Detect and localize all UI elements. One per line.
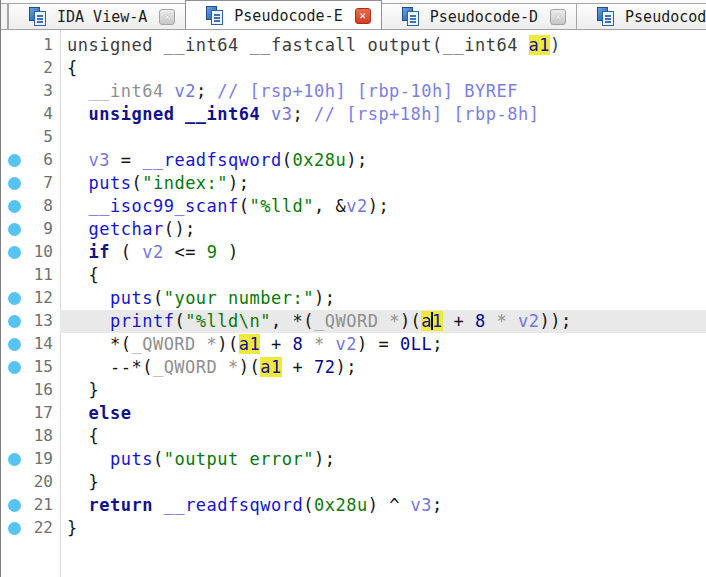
- line-number: 19: [34, 449, 53, 468]
- code-text[interactable]: {: [60, 264, 706, 287]
- close-icon[interactable]: ✕: [550, 9, 566, 25]
- code-text[interactable]: v3 = __readfsqword(0x28u);: [60, 149, 706, 172]
- line-number: 13: [34, 311, 53, 330]
- code-line[interactable]: 15 --*(_QWORD *)(a1 + 72);: [1, 356, 706, 379]
- code-text[interactable]: unsigned __int64 v3; // [rsp+18h] [rbp-8…: [60, 103, 706, 126]
- line-number: 6: [43, 150, 53, 169]
- code-line[interactable]: 22}: [1, 517, 706, 540]
- text-caret: [431, 312, 433, 330]
- code-text[interactable]: [60, 126, 706, 149]
- code-line[interactable]: 5: [1, 126, 706, 149]
- gutter: 17: [1, 402, 60, 425]
- code-line[interactable]: 1unsigned __int64 __fastcall output(__in…: [1, 34, 706, 57]
- close-icon[interactable]: ✕: [355, 8, 371, 24]
- code-line[interactable]: 16 }: [1, 379, 706, 402]
- gutter: 16: [1, 379, 60, 402]
- code-line[interactable]: 7 puts("index:");: [1, 172, 706, 195]
- code-text[interactable]: __isoc99_scanf("%lld", &v2);: [60, 195, 706, 218]
- code-line[interactable]: 21 return __readfsqword(0x28u) ^ v3;: [1, 494, 706, 517]
- code-line[interactable]: 4 unsigned __int64 v3; // [rsp+18h] [rbp…: [1, 103, 706, 126]
- tab-ida-view-a[interactable]: IDA View-A ✕: [8, 3, 186, 29]
- breakpoint-dot[interactable]: [8, 499, 21, 512]
- code-text[interactable]: return __readfsqword(0x28u) ^ v3;: [60, 494, 706, 517]
- breakpoint-dot[interactable]: [8, 292, 21, 305]
- code-text[interactable]: {: [60, 425, 706, 448]
- breakpoint-dot[interactable]: [8, 223, 21, 236]
- code-text[interactable]: getchar();: [60, 218, 706, 241]
- code-line[interactable]: 8 __isoc99_scanf("%lld", &v2);: [1, 195, 706, 218]
- tab-pseudocode-c[interactable]: Pseudocode-C ✕: [576, 3, 706, 29]
- breakpoint-dot[interactable]: [8, 338, 21, 351]
- code-text[interactable]: unsigned __int64 __fastcall output(__int…: [60, 34, 706, 57]
- code-text[interactable]: printf("%lld\n", *(_QWORD *)(a1 + 8 * v2…: [60, 310, 706, 333]
- gutter: 12: [1, 287, 60, 310]
- code-text[interactable]: }: [60, 379, 706, 402]
- line-number: 8: [43, 196, 53, 215]
- breakpoint-dot[interactable]: [8, 453, 21, 466]
- line-number: 22: [34, 518, 53, 537]
- code-line[interactable]: 6 v3 = __readfsqword(0x28u);: [1, 149, 706, 172]
- code-line[interactable]: 9 getchar();: [1, 218, 706, 241]
- gutter: 20: [1, 471, 60, 494]
- code-line[interactable]: 12 puts("your number:");: [1, 287, 706, 310]
- line-number: 9: [43, 219, 53, 238]
- breakpoint-dot[interactable]: [8, 361, 21, 374]
- breakpoint-dot[interactable]: [8, 177, 21, 190]
- tab-pseudocode-d[interactable]: Pseudocode-D ✕: [381, 3, 577, 29]
- code-text[interactable]: puts("output error");: [60, 448, 706, 471]
- code-text[interactable]: __int64 v2; // [rsp+10h] [rbp-10h] BYREF: [60, 80, 706, 103]
- gutter: 8: [1, 195, 60, 218]
- line-number: 16: [34, 380, 53, 399]
- tab-label: Pseudocode-E: [234, 7, 342, 25]
- code-line[interactable]: 14 *(_QWORD *)(a1 + 8 * v2) = 0LL;: [1, 333, 706, 356]
- line-number: 1: [43, 35, 53, 54]
- line-number: 10: [34, 242, 53, 261]
- code-line[interactable]: 3 __int64 v2; // [rsp+10h] [rbp-10h] BYR…: [1, 80, 706, 103]
- document-icon: [597, 7, 616, 27]
- line-number: 15: [34, 357, 53, 376]
- line-number: 11: [34, 265, 53, 284]
- code-line[interactable]: 18 {: [1, 425, 706, 448]
- code-line[interactable]: 10 if ( v2 <= 9 ): [1, 241, 706, 264]
- pseudocode-panel[interactable]: 1unsigned __int64 __fastcall output(__in…: [1, 30, 706, 577]
- line-number: 12: [34, 288, 53, 307]
- line-number: 5: [43, 127, 53, 146]
- code-line[interactable]: 17 else: [1, 402, 706, 425]
- code-text[interactable]: else: [60, 402, 706, 425]
- gutter: 18: [1, 425, 60, 448]
- ida-window: IDA View-A ✕ Pseudocode-E ✕ Pseudocode-D…: [0, 0, 706, 577]
- code-text[interactable]: --*(_QWORD *)(a1 + 72);: [60, 356, 706, 379]
- tab-pseudocode-e[interactable]: Pseudocode-E ✕: [185, 0, 381, 30]
- line-number: 21: [34, 495, 53, 514]
- breakpoint-dot[interactable]: [8, 154, 21, 167]
- code-text[interactable]: puts("index:");: [60, 172, 706, 195]
- breakpoint-dot[interactable]: [8, 315, 21, 328]
- code-text[interactable]: {: [60, 57, 706, 80]
- gutter: 10: [1, 241, 60, 264]
- line-number: 2: [43, 58, 53, 77]
- gutter: 1: [1, 34, 60, 57]
- gutter: 21: [1, 494, 60, 517]
- code-text[interactable]: puts("your number:");: [60, 287, 706, 310]
- code-line[interactable]: 2{: [1, 57, 706, 80]
- code-line[interactable]: 20 }: [1, 471, 706, 494]
- line-number: 14: [34, 334, 53, 353]
- breakpoint-dot[interactable]: [8, 246, 21, 259]
- close-icon[interactable]: ✕: [159, 9, 175, 25]
- code-line[interactable]: 11 {: [1, 264, 706, 287]
- gutter: 11: [1, 264, 60, 287]
- gutter: 19: [1, 448, 60, 471]
- gutter: 22: [1, 517, 60, 540]
- code-text[interactable]: }: [60, 517, 706, 540]
- breakpoint-dot[interactable]: [8, 522, 21, 535]
- code-area[interactable]: 1unsigned __int64 __fastcall output(__in…: [1, 34, 706, 540]
- code-line[interactable]: 19 puts("output error");: [1, 448, 706, 471]
- code-text[interactable]: if ( v2 <= 9 ): [60, 241, 706, 264]
- line-number: 20: [34, 472, 53, 491]
- gutter: 14: [1, 333, 60, 356]
- code-line[interactable]: 13 printf("%lld\n", *(_QWORD *)(a1 + 8 *…: [1, 310, 706, 333]
- line-number: 7: [43, 173, 53, 192]
- code-text[interactable]: *(_QWORD *)(a1 + 8 * v2) = 0LL;: [60, 333, 706, 356]
- code-text[interactable]: }: [60, 471, 706, 494]
- breakpoint-dot[interactable]: [8, 200, 21, 213]
